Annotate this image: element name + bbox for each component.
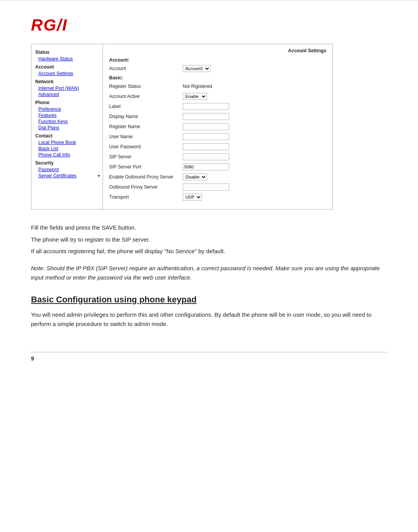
form-row-user-name: User Name <box>109 132 326 141</box>
sidebar-section-status: Status <box>31 47 103 56</box>
sidebar-section-network: Network <box>31 77 103 85</box>
field-label-account-active: Account Active <box>109 94 183 99</box>
sidebar-link-advanced[interactable]: Advanced <box>31 91 103 98</box>
field-label-outbound-proxy: Outbound Proxy Server <box>109 184 183 190</box>
sip-server-input[interactable] <box>183 153 229 160</box>
field-label-account: Account <box>109 66 183 71</box>
scroll-down-icon: ▼ <box>97 173 103 178</box>
sidebar: Status Hardware Status Account Account S… <box>31 44 103 209</box>
sidebar-link-internet-port[interactable]: Internet Port (WAN) <box>31 85 103 91</box>
sidebar-link-features[interactable]: Features <box>31 112 103 118</box>
body-line-1: Fill the fields and press the SAVE butto… <box>31 223 387 232</box>
outbound-proxy-input[interactable] <box>183 184 229 190</box>
field-label-register-status: Register Status <box>109 84 183 89</box>
account-active-select[interactable]: Enable Disable <box>183 93 207 100</box>
account-section-label: Account: <box>109 57 326 63</box>
label-input[interactable] <box>183 103 229 110</box>
sidebar-link-dial-plans[interactable]: Dial Plans <box>31 125 103 131</box>
body-text-block: Fill the fields and press the SAVE butto… <box>31 223 387 256</box>
body-line-2: The phone will try to register to the SI… <box>31 235 387 244</box>
sidebar-link-hardware-status[interactable]: Hardware Status <box>31 56 103 62</box>
transport-select[interactable]: UDP TCP <box>183 194 202 201</box>
sidebar-link-account-settings[interactable]: Account Settings <box>31 70 103 77</box>
user-password-input[interactable] <box>183 143 229 150</box>
page-footer: 9 <box>31 352 387 362</box>
sidebar-link-local-phone-book[interactable]: Local Phone Book <box>31 139 103 146</box>
enable-outbound-select[interactable]: Disable Enable <box>183 173 207 180</box>
sip-server-port-input[interactable] <box>183 163 229 170</box>
account-select[interactable]: Account1 <box>183 65 211 72</box>
body-line-3: If all accounts registering fail, the ph… <box>31 247 387 256</box>
form-row-sip-server-port: SIP Server Port <box>109 163 326 171</box>
display-name-input[interactable] <box>183 113 229 120</box>
field-label-register-name: Register Name <box>109 124 183 129</box>
sidebar-section-contact: Contact <box>31 131 103 139</box>
sidebar-link-black-list[interactable]: Black List <box>31 146 103 152</box>
account-section: Account: Account Account1 <box>109 57 326 73</box>
sidebar-link-server-certificates[interactable]: Server Certificates <box>31 173 97 179</box>
field-label-display-name: Display Name <box>109 114 183 119</box>
form-row-enable-outbound: Enable Outbound Proxy Server Disable Ena… <box>109 173 326 181</box>
sidebar-link-function-keys[interactable]: Function Keys <box>31 118 103 125</box>
basic-section: Basic: Register Status Not Rigistered Ac… <box>109 75 326 201</box>
logo-text: RG/I <box>31 16 67 34</box>
page-number: 9 <box>31 355 34 362</box>
form-row-display-name: Display Name <box>109 112 326 121</box>
ui-box: Status Hardware Status Account Account S… <box>31 44 333 209</box>
field-label-transport: Transport <box>109 194 183 200</box>
form-row-label: Label <box>109 102 326 111</box>
logo: RG/I <box>31 16 387 34</box>
form-row-user-password: User Password <box>109 142 326 151</box>
field-label-user-password: User Password <box>109 144 183 149</box>
user-name-input[interactable] <box>183 133 229 140</box>
form-row-sip-server: SIP Server <box>109 153 326 161</box>
sidebar-link-preference[interactable]: Preference <box>31 106 103 112</box>
form-row-register-name: Register Name <box>109 122 326 131</box>
field-label-sip-server: SIP Server <box>109 154 183 160</box>
section-heading: Basic Configuration using phone keypad <box>31 295 387 305</box>
field-value-register-status: Not Rigistered <box>183 84 212 89</box>
basic-section-label: Basic: <box>109 75 326 81</box>
field-label-enable-outbound: Enable Outbound Proxy Server <box>109 174 183 180</box>
form-row-outbound-proxy: Outbound Proxy Server <box>109 183 326 191</box>
form-row-register-status: Register Status Not Rigistered <box>109 82 326 91</box>
section-body: You will need admin privileges to perfor… <box>31 310 387 329</box>
sidebar-section-account: Account <box>31 62 103 70</box>
page-title: Account Settings <box>109 48 326 53</box>
page-container: RG/I Status Hardware Status Account Acco… <box>0 0 418 385</box>
field-label-label: Label <box>109 104 183 109</box>
field-label-user-name: User Name <box>109 134 183 139</box>
sidebar-section-phone: Phone <box>31 98 103 106</box>
sidebar-link-password[interactable]: Password <box>31 166 103 173</box>
field-label-sip-server-port: SIP Server Port <box>109 164 183 170</box>
note-text: Note: Should the IP PBX (SIP Server) req… <box>31 264 387 282</box>
form-row-account-active: Account Active Enable Disable <box>109 92 326 101</box>
form-row-account: Account Account1 <box>109 64 326 73</box>
main-content: Account Settings Account: Account Accoun… <box>103 44 332 209</box>
register-name-input[interactable] <box>183 123 229 130</box>
sidebar-link-phone-call-info[interactable]: Phone Call Info <box>31 152 103 158</box>
form-row-transport: Transport UDP TCP <box>109 193 326 201</box>
sidebar-section-security: Security <box>31 158 103 166</box>
